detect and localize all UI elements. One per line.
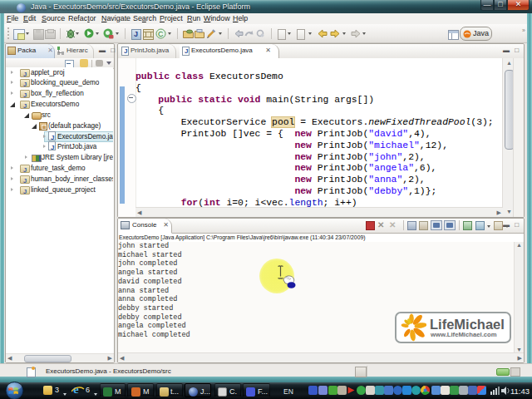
svg-text:C: C [158,30,164,38]
